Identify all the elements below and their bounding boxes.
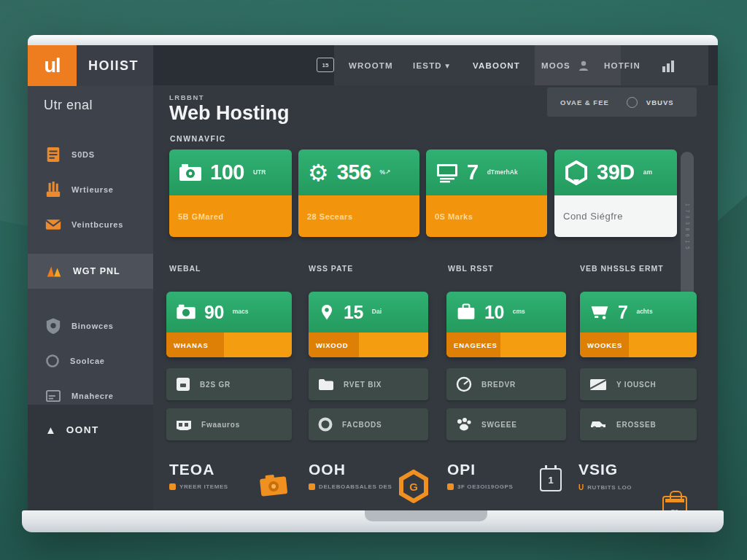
progress-card[interactable]: 10 cms ENAGEKES — [446, 292, 566, 357]
partner-logo-vsig[interactable]: VSIG URUTBITS LOO — [578, 461, 632, 491]
column-label: VEB NHSSLS ERMT — [580, 264, 664, 273]
sidebar-footer: ▲ OONT — [28, 405, 153, 510]
sidebar-item-s0ds[interactable]: S0DS — [28, 140, 153, 169]
stat-card[interactable]: ⚙ 356 %↗ 28 Secears — [298, 149, 419, 237]
monitor-bezel — [28, 35, 718, 45]
nav-item-vaboont[interactable]: VABOONT — [473, 45, 520, 85]
stat-footer: Cond Siégfre — [554, 195, 677, 237]
nav-item-hotfin[interactable]: HOTFIN — [604, 45, 640, 85]
stat-value: 90 — [204, 302, 224, 323]
cart-icon — [589, 303, 610, 321]
sidebar-item-label: Wrtieurse — [71, 185, 114, 194]
nav-item-iestd[interactable]: IESTD ▾ — [413, 45, 450, 85]
laptop-notch — [365, 510, 487, 521]
section-eyebrow: LRBBNT — [169, 93, 204, 101]
shield-icon — [45, 317, 61, 335]
stat-value: 7 — [618, 302, 627, 323]
triangle-icon: ▲ — [45, 424, 56, 435]
bar-chart-icon[interactable] — [661, 59, 677, 72]
mini-card[interactable]: RVET BIX — [309, 368, 428, 400]
camera-icon — [179, 163, 202, 182]
sidebar-item-label: OONT — [66, 424, 99, 435]
mini-card[interactable]: FACBODS — [309, 408, 428, 440]
stat-value: 15 — [344, 302, 363, 323]
sidebar-item-soolcae[interactable]: Soolcae — [28, 346, 153, 376]
camera-icon — [176, 304, 196, 320]
person-icon — [578, 60, 589, 71]
sidebar-item-wgt-pnl-active[interactable]: WGT PNL — [28, 254, 153, 289]
laptop-base — [22, 510, 724, 532]
stat-card[interactable]: 39D am Cond Siégfre — [554, 149, 677, 237]
stat-card[interactable]: 100 UTR 5B GMared — [169, 149, 292, 237]
circle-icon — [45, 354, 60, 368]
toolbar-label: OVAE & FEE — [560, 98, 609, 106]
paw-icon — [456, 417, 472, 432]
sidebar-item-binowces[interactable]: Binowces — [28, 311, 153, 341]
progress-card[interactable]: 15 Dai WIXOOD — [309, 292, 428, 357]
mini-card[interactable]: SWGEEE — [446, 408, 566, 440]
mini-card[interactable]: EROSSEB — [580, 408, 697, 440]
partner-logo-teoa[interactable]: TEOA YREER ITEMES — [169, 461, 228, 490]
stat-unit: achts — [636, 308, 652, 316]
vehicle-icon — [589, 419, 607, 430]
document-icon — [45, 146, 61, 163]
mini-card[interactable]: B2S GR — [166, 368, 292, 400]
bag-icon: 73 — [662, 496, 687, 510]
folder-icon — [318, 378, 334, 391]
gauge-icon — [456, 376, 472, 392]
sidebar: ul HOIIST Utr enal S0DS Wrtieurse Veintb… — [28, 45, 153, 510]
stat-unit: dTmerhAk — [487, 169, 518, 176]
pin-icon — [318, 302, 336, 322]
stat-unit: Dai — [372, 308, 382, 316]
tools-icon — [45, 181, 61, 198]
laptop-mockup: ul HOIIST Utr enal S0DS Wrtieurse Veintb… — [28, 35, 718, 532]
hexagon-icon — [564, 160, 589, 185]
badge-icon — [169, 483, 176, 490]
svg-text:G: G — [409, 481, 418, 493]
stat-footer: 28 Secears — [298, 195, 419, 237]
stat-unit: macs — [233, 308, 249, 316]
stat-value: 100 — [210, 160, 244, 184]
apps-badge-icon[interactable]: 15 — [317, 58, 334, 72]
mini-card[interactable]: Fwaauros — [166, 408, 292, 440]
progress-bar: WHANAS — [166, 332, 292, 357]
u-badge-icon: U — [578, 483, 584, 491]
sidebar-item-oont[interactable]: ▲ OONT — [28, 415, 153, 444]
vertical-scrollbar[interactable]: 1 7 0 3 8 6 1 5 — [681, 152, 694, 303]
nav-item-moos[interactable]: MOOS — [541, 45, 589, 85]
progress-label: WHANAS — [166, 332, 292, 349]
sidebar-item-label: Soolcae — [70, 357, 105, 365]
progress-bar: WIXOOD — [309, 332, 428, 357]
mail-icon — [45, 217, 61, 232]
app-logo[interactable]: ul — [28, 45, 77, 86]
column-label: WBL RSST — [448, 264, 494, 273]
mini-card[interactable]: BREDVR — [446, 368, 566, 400]
stat-card[interactable]: 7 dTmerhAk 0S Marks — [426, 149, 547, 237]
logo-glyph: ul — [44, 55, 61, 77]
stat-footer: 5B GMared — [169, 195, 292, 237]
stat-unit: am — [643, 169, 652, 176]
sidebar-item-label: Binowces — [71, 322, 114, 330]
top-navbar: 15 WROOTM IESTD ▾ VABOONT MOOS HOTFIN — [153, 45, 718, 85]
sidebar-item-label: Mnahecre — [71, 392, 114, 400]
stat-footer: 0S Marks — [426, 195, 547, 237]
sidebar-item-veintbcures[interactable]: Veintbcures — [28, 210, 153, 239]
camera-badge-icon — [258, 472, 289, 499]
partner-logo-opi[interactable]: OPI 3F OE3OI19OGPS — [447, 461, 513, 490]
mini-card[interactable]: Y IOUSCH — [580, 368, 697, 400]
progress-label: ENAGEKES — [446, 332, 566, 349]
progress-card[interactable]: 7 achts WOOKES — [580, 292, 697, 357]
calendar-icon: 1 — [540, 468, 562, 491]
envelope-icon — [589, 378, 607, 391]
partner-logo-ooh[interactable]: OOH DELEBOABSALES DES — [309, 461, 392, 490]
views-button[interactable]: VBUVS — [646, 98, 674, 106]
ring-icon — [318, 417, 333, 432]
app-window: ul HOIIST Utr enal S0DS Wrtieurse Veintb… — [28, 45, 718, 510]
brand-tagline: Utr enal — [44, 98, 93, 113]
circle-toggle-icon[interactable] — [627, 97, 638, 108]
tv-icon — [176, 419, 192, 431]
nav-item-wrootm[interactable]: WROOTM — [349, 45, 393, 85]
sidebar-item-wrtieurse[interactable]: Wrtieurse — [28, 175, 153, 204]
progress-card[interactable]: 90 macs WHANAS — [166, 292, 292, 357]
page-title: Web Hosting — [169, 102, 290, 125]
